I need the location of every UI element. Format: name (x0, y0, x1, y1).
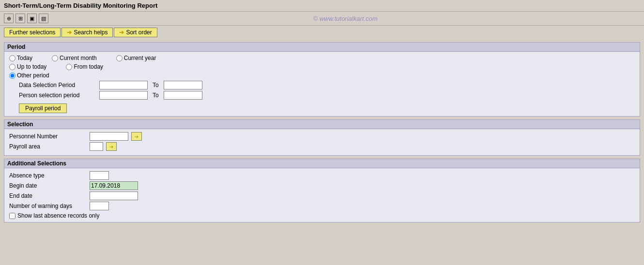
radio-other-period[interactable]: Other period (9, 72, 49, 79)
end-date-input[interactable] (90, 191, 138, 200)
personnel-number-input[interactable] (90, 132, 128, 141)
data-selection-period-to[interactable] (164, 81, 202, 89)
additional-selections-section: Additional Selections Absence type Begin… (4, 159, 640, 222)
show-last-absence-checkbox[interactable] (9, 213, 15, 219)
further-selections-label: Further selections (9, 29, 55, 36)
period-section: Period Today Current month Current year (4, 42, 640, 117)
person-selection-period-from[interactable] (99, 91, 148, 100)
new-icon[interactable]: ⊞ (15, 14, 25, 23)
radio-from-today-label: From today (74, 63, 103, 70)
payroll-area-select-btn[interactable]: ➔ (106, 142, 117, 151)
personnel-number-label: Personnel Number (9, 133, 87, 140)
radio-today-label: Today (17, 55, 32, 61)
navigate-back-icon[interactable]: ⊕ (4, 14, 14, 23)
to-label-1: To (153, 82, 159, 88)
data-selection-period-from[interactable] (99, 81, 148, 89)
radio-up-to-today[interactable]: Up to today (9, 63, 46, 70)
tab-sort-order[interactable]: ➔ Sort order (114, 28, 157, 37)
begin-date-label: Begin date (9, 182, 87, 189)
search-helps-label: Search helps (74, 29, 107, 36)
payroll-period-button[interactable]: Payroll period (19, 103, 67, 113)
toolbar: ⊕ ⊞ ▣ ▤ © www.tutorialkart.com (0, 12, 644, 26)
radio-today[interactable]: Today (9, 55, 32, 61)
title-bar: Short-Term/Long-Term Disability Monitori… (0, 0, 644, 12)
local-icon[interactable]: ▤ (39, 14, 48, 23)
selection-section: Selection Personnel Number ➔ Payroll are… (4, 119, 640, 156)
person-selection-period-to[interactable] (164, 91, 202, 100)
sort-order-arrow-icon: ➔ (119, 29, 124, 36)
warning-days-input[interactable] (90, 202, 109, 210)
absence-type-input[interactable] (90, 171, 109, 180)
begin-date-input[interactable] (90, 181, 138, 190)
additional-selections-header: Additional Selections (4, 159, 640, 168)
selection-section-header: Selection (4, 120, 640, 129)
page-title: Short-Term/Long-Term Disability Monitori… (4, 2, 157, 9)
show-last-absence-label: Show last absence records only (17, 212, 99, 219)
payroll-area-input[interactable] (90, 142, 103, 151)
radio-current-year[interactable]: Current year (116, 55, 156, 61)
radio-current-month[interactable]: Current month (52, 55, 97, 61)
show-last-absence-row: Show last absence records only (9, 212, 635, 219)
absence-type-label: Absence type (9, 172, 87, 179)
radio-current-month-label: Current month (60, 55, 97, 61)
tab-further-selections[interactable]: Further selections (4, 28, 61, 37)
tab-search-helps[interactable]: ➔ Search helps (61, 28, 113, 37)
data-selection-period-label: Data Selection Period (19, 82, 96, 88)
period-section-header: Period (4, 43, 640, 52)
watermark: © www.tutorialkart.com (50, 15, 640, 22)
to-label-2: To (153, 92, 159, 99)
tabs-bar: Further selections ➔ Search helps ➔ Sort… (0, 26, 644, 39)
radio-from-today[interactable]: From today (66, 63, 103, 70)
arrow-icon: ➔ (67, 29, 72, 36)
person-selection-period-label: Person selection period (19, 92, 96, 99)
radio-up-to-today-label: Up to today (17, 63, 46, 70)
end-date-label: End date (9, 192, 87, 199)
save-icon[interactable]: ▣ (27, 14, 37, 23)
payroll-area-label: Payroll area (9, 143, 87, 150)
radio-other-period-label: Other period (17, 72, 49, 79)
warning-days-label: Number of warning days (9, 203, 87, 209)
personnel-number-select-btn[interactable]: ➔ (131, 132, 142, 141)
sort-order-label: Sort order (126, 29, 152, 36)
radio-current-year-label: Current year (124, 55, 156, 61)
